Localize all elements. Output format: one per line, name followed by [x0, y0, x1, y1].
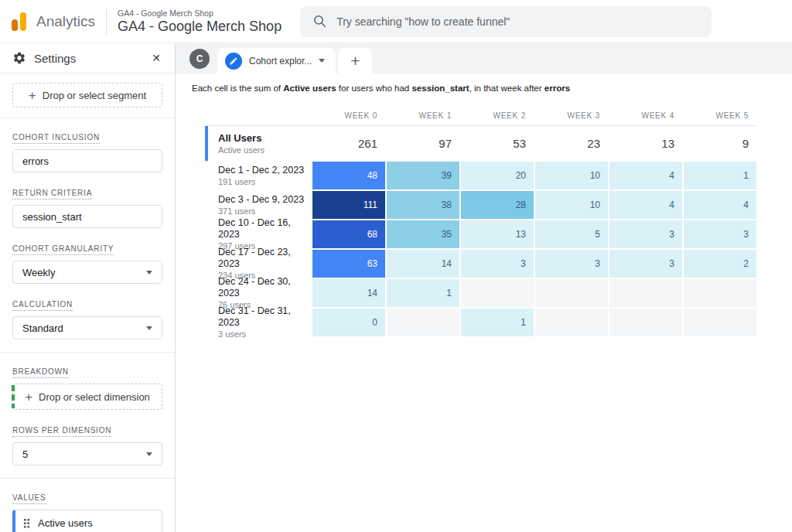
search-input[interactable]: [336, 15, 699, 28]
all-users-value: 53: [460, 126, 534, 161]
cohort-cell: 28: [461, 191, 534, 219]
all-users-label: All Users: [218, 132, 312, 145]
cohort-cell: [387, 309, 459, 336]
all-users-value: 23: [534, 126, 609, 161]
drop-indicator: [12, 385, 15, 408]
cohort-cell: 14: [312, 279, 385, 307]
return-criteria-input[interactable]: [22, 211, 152, 223]
cohort-date-range: Dec 17 - Dec 23, 2023: [218, 247, 312, 270]
cohort-cell-col: 5: [534, 220, 609, 249]
cohort-cell: 0: [312, 309, 385, 336]
cohort-inclusion-input[interactable]: [22, 155, 152, 167]
cohort-inclusion-field[interactable]: [12, 149, 162, 172]
cohort-cell: 10: [535, 191, 608, 219]
cohort-cell-col: 10: [534, 161, 609, 190]
close-icon[interactable]: ✕: [148, 50, 164, 66]
cohort-cell: 35: [387, 220, 459, 248]
add-tab-button[interactable]: +: [338, 48, 372, 73]
cohort-cell: 39: [387, 162, 459, 189]
cohort-cell: 3: [609, 220, 682, 248]
chevron-down-icon: [146, 271, 152, 275]
cohort-cell: 2: [684, 250, 756, 278]
calculation-value: Standard: [22, 322, 63, 334]
calculation-select[interactable]: Standard: [12, 316, 162, 339]
property-name: GA4 - Google Merch Shop: [118, 19, 282, 35]
property-breadcrumb: GA4 - Google Merch Shop: [118, 9, 282, 19]
values-metric-chip[interactable]: Active users: [12, 510, 162, 532]
rows-per-dimension-value: 5: [22, 448, 28, 460]
property-selector[interactable]: GA4 - Google Merch Shop GA4 - Google Mer…: [118, 9, 282, 35]
week-header: WEEK 5: [683, 105, 757, 125]
cohort-cell: 38: [387, 191, 459, 219]
cohort-cell-col: 1: [683, 161, 757, 190]
week-header: WEEK 4: [609, 105, 683, 125]
chevron-down-icon: [146, 452, 152, 456]
cohort-cell-col: 2: [683, 249, 757, 278]
cohort-cell: [461, 279, 534, 307]
cohort-cell: 68: [312, 220, 385, 248]
analytics-logo-icon: [8, 12, 28, 32]
cohort-inclusion-label: COHORT INCLUSION: [12, 133, 100, 144]
all-users-value: 9: [683, 126, 757, 161]
return-criteria-field[interactable]: [12, 205, 162, 228]
cohort-granularity-select[interactable]: Weekly: [12, 261, 162, 284]
cohort-row: Dec 3 - Dec 9, 2023371 users11138281044: [205, 190, 757, 220]
drag-handle-icon[interactable]: [23, 518, 30, 528]
tab-label: Cohort explor...: [249, 56, 312, 66]
cohort-cell-col: 0: [312, 308, 386, 337]
cohort-granularity-label: COHORT GRANULARITY: [12, 244, 114, 255]
rows-per-dimension-select[interactable]: 5: [12, 442, 162, 466]
cohort-cell-col: [534, 308, 609, 337]
all-users-value: 261: [312, 126, 386, 161]
app-name: Analytics: [36, 13, 95, 30]
cohort-cell: 3: [684, 220, 756, 248]
gear-icon: [12, 51, 26, 65]
section-divider: [0, 352, 175, 353]
breakdown-drop-zone[interactable]: + Drop or select dimension: [12, 384, 162, 410]
cohort-description: Each cell is the sum of Active users for…: [192, 84, 792, 93]
cohort-cell-col: [683, 308, 757, 337]
cohort-cell-col: [683, 278, 757, 308]
cohort-user-count: 191 users: [218, 176, 312, 187]
cohort-cell: [684, 279, 756, 307]
cohort-cell: 10: [535, 162, 608, 189]
cohort-cell: 13: [461, 220, 534, 248]
search-icon: [312, 14, 327, 29]
plus-icon: +: [25, 390, 32, 404]
cohort-row: Dec 1 - Dec 2, 2023191 users4839201041: [205, 161, 757, 190]
cohort-cell: 1: [387, 279, 459, 307]
segment-drop-zone[interactable]: + Drop or select segment: [12, 83, 162, 107]
header-divider: [106, 9, 107, 34]
cohort-cell-col: 13: [460, 220, 534, 249]
cohort-cell-col: 39: [386, 161, 460, 190]
cohort-cell-col: [609, 308, 683, 337]
cohort-date-range: Dec 31 - Dec 31, 2023: [218, 305, 312, 329]
cohort-cell: 3: [609, 250, 682, 278]
top-app-bar: Analytics GA4 - Google Merch Shop GA4 - …: [0, 0, 792, 43]
segment-drop-label: Drop or select segment: [43, 90, 146, 101]
section-divider: [0, 118, 175, 118]
cohort-date-range: Dec 1 - Dec 2, 2023: [218, 165, 312, 176]
cohort-cell: [684, 309, 756, 336]
cohort-cell-col: 4: [609, 190, 683, 220]
cohort-row-label: Dec 1 - Dec 2, 2023191 users: [205, 161, 312, 190]
chevron-down-icon[interactable]: [319, 59, 325, 63]
cohort-cell: [609, 279, 682, 307]
cohort-cell-col: [386, 308, 460, 337]
cohort-rows: Dec 1 - Dec 2, 2023191 users4839201041De…: [205, 161, 757, 337]
cohort-cell: 111: [312, 191, 385, 219]
cohort-cell: 63: [312, 250, 385, 278]
cohort-cell: [535, 309, 608, 336]
cohort-cell-col: 20: [460, 161, 534, 190]
cohort-cell-col: 14: [386, 249, 460, 278]
tab-cohort-exploration[interactable]: Cohort explor...: [217, 48, 336, 73]
cohort-cell-col: 35: [386, 220, 460, 249]
cohort-cell: 48: [312, 162, 385, 189]
cohort-cell: 4: [609, 162, 682, 189]
cohort-date-range: Dec 24 - Dec 30, 2023: [218, 276, 312, 299]
cohort-cell: 1: [461, 309, 534, 336]
cohort-cell-col: 28: [460, 190, 534, 220]
cohort-cell-col: [460, 278, 534, 308]
search-bar[interactable]: [300, 6, 712, 37]
cohort-cell-col: 38: [386, 190, 460, 220]
